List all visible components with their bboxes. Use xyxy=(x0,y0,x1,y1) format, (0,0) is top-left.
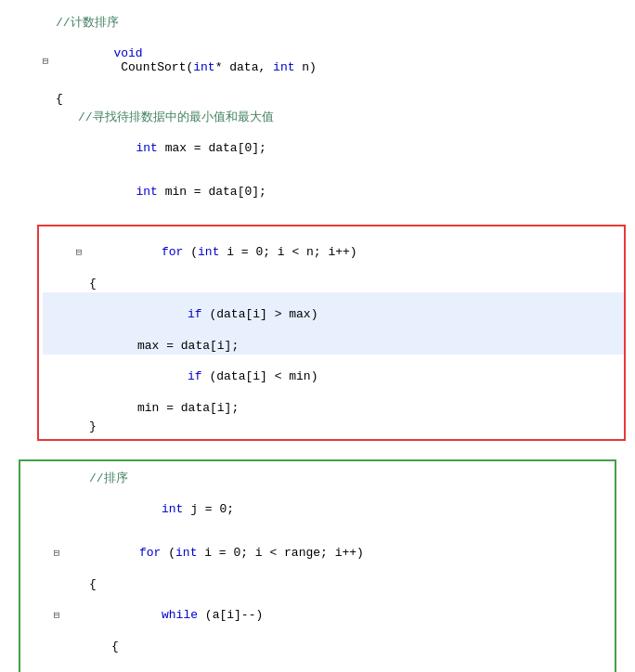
line-for-close-brace: } xyxy=(43,417,624,435)
fn-name: CountSort( xyxy=(113,60,193,74)
kw-int-max: int xyxy=(136,141,157,155)
line-int-max: int max = data[0]; xyxy=(9,126,626,170)
while-cond: (a[i]--) xyxy=(198,608,263,622)
code-for-range: for (int i = 0; i < range; i++) xyxy=(63,532,615,574)
code-int-j: int j = 0; xyxy=(63,488,615,530)
collapse-btn-for[interactable]: ⊟ xyxy=(72,246,85,258)
kw-int-min: int xyxy=(136,185,157,199)
line-while-open: { xyxy=(20,637,615,655)
code-area: //计数排序 ⊟ void CountSort(int* data, int n… xyxy=(0,9,635,672)
for-range-cond: i = 0; i < range; i++) xyxy=(197,546,363,560)
line-data-assign: data[j++] = i + min;//按照升序覆盖到原数组中 xyxy=(20,655,615,672)
line-int-j: int j = 0; xyxy=(20,487,615,531)
code-for-loop: for (int i = 0; i < n; i++) xyxy=(85,231,624,273)
line-comment-minmax: //寻找待排数据中的最小值和最大值 xyxy=(9,108,626,126)
kw-if1: if xyxy=(188,307,202,321)
collapse-btn-while[interactable]: ⊟ xyxy=(50,609,63,621)
line-int-min: int min = data[0]; xyxy=(9,170,626,213)
kw-int-i2: int xyxy=(175,546,197,560)
separator xyxy=(9,445,626,456)
line-comment-sort: //排序 xyxy=(20,469,615,487)
line-void-countsort: ⊟ void CountSort(int* data, int n) xyxy=(9,32,626,89)
line-for-loop: ⊟ for (int i = 0; i < n; i++) xyxy=(43,230,624,274)
if-min-cond: (data[i] < min) xyxy=(202,369,318,383)
code-min-assign: min = data[i]; xyxy=(85,401,624,415)
if-max-cond: (data[i] > max) xyxy=(202,307,318,321)
line-open-brace1: { xyxy=(9,89,626,108)
for-open: ( xyxy=(183,245,198,259)
code-comment-minmax: //寻找待排数据中的最小值和最大值 xyxy=(52,109,626,125)
kw-while: while xyxy=(162,608,198,622)
kw-if2: if xyxy=(188,369,202,383)
code-for-brace-open: { xyxy=(85,277,624,291)
red-highlight-box: ⊟ for (int i = 0; i < n; i++) { if (data… xyxy=(37,225,626,441)
code-max-assign: max = data[i]; xyxy=(85,339,624,353)
line-for-range: ⊟ for (int i = 0; i < range; i++) xyxy=(20,531,615,575)
var-j: j = 0; xyxy=(183,502,234,516)
code-if-max: if (data[i] > max) xyxy=(85,293,624,335)
kw-int-i: int xyxy=(198,245,219,259)
for-body: i = 0; i < n; i++) xyxy=(219,245,356,259)
kw-int1: int xyxy=(193,60,214,74)
code-int-max: int max = data[0]; xyxy=(52,127,626,169)
line-if-min: if (data[i] < min) xyxy=(43,355,624,398)
line-for-open-brace: { xyxy=(43,274,624,292)
code-int-min: int min = data[0]; xyxy=(52,171,626,213)
code-if-min: if (data[i] < min) xyxy=(85,355,624,397)
code-while-brace-open: { xyxy=(63,640,615,653)
line-min-assign: min = data[i]; xyxy=(43,398,624,417)
collapse-btn-void[interactable]: ⊟ xyxy=(39,55,52,67)
top-code-block: //计数排序 ⊟ void CountSort(int* data, int n… xyxy=(9,9,626,217)
line-while: ⊟ while (a[i]--) xyxy=(20,593,615,637)
code-void-sig: void CountSort(int* data, int n) xyxy=(52,32,626,88)
code-while: while (a[i]--) xyxy=(63,594,615,636)
kw-int2: int xyxy=(273,60,294,74)
code-comment: //计数排序 xyxy=(52,14,626,31)
var-max: max = data[0]; xyxy=(158,141,266,155)
code-for-range-brace: { xyxy=(63,577,615,591)
code-for-brace-close: } xyxy=(85,420,624,433)
line-if-max: if (data[i] > max) xyxy=(43,292,624,336)
kw-for: for xyxy=(162,245,183,259)
collapse-btn-for-range[interactable]: ⊟ xyxy=(50,547,63,559)
line-comment-header: //计数排序 xyxy=(9,13,626,32)
fn-param-n: n) xyxy=(294,60,316,74)
code-data-assign: data[j++] = i + min;//按照升序覆盖到原数组中 xyxy=(63,656,615,672)
kw-for2: for xyxy=(139,546,161,560)
line-max-assign: max = data[i]; xyxy=(43,336,624,355)
var-min: min = data[0]; xyxy=(158,185,266,199)
green-highlight-box: //排序 int j = 0; ⊟ for (int i = 0; i < ra… xyxy=(19,459,616,672)
punct-star: * data, xyxy=(215,60,273,74)
for-range-body: ( xyxy=(161,546,175,560)
line-for-range-open: { xyxy=(20,575,615,593)
code-brace-open: { xyxy=(52,92,626,106)
code-comment-sort: //排序 xyxy=(63,470,615,486)
kw-int-j: int xyxy=(162,502,183,516)
kw-void: void xyxy=(113,46,142,60)
